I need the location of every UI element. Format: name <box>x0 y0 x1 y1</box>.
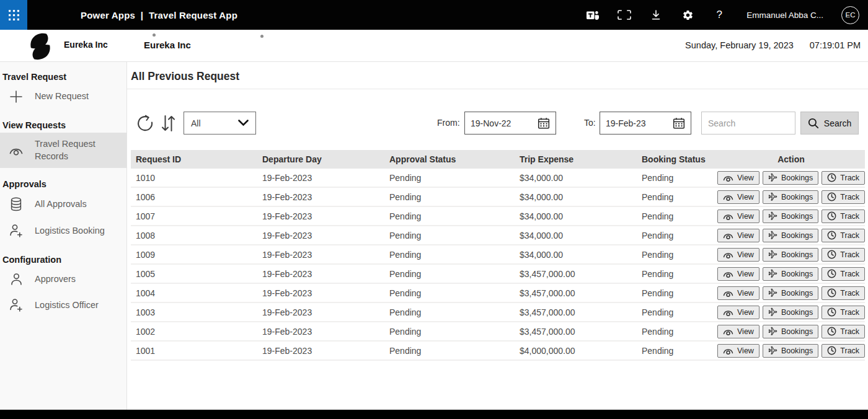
clock-icon <box>827 231 836 240</box>
bookings-button[interactable]: Bookings <box>763 248 818 262</box>
user-name[interactable]: Emmanuel Abba C... <box>746 11 823 20</box>
col-departure-day: Departure Day <box>257 154 384 164</box>
view-button[interactable]: View <box>717 171 760 185</box>
bookings-button[interactable]: Bookings <box>763 210 818 223</box>
approval-status-cell: Pending <box>384 211 515 221</box>
to-date-input[interactable]: 19-Feb-23 <box>600 112 691 135</box>
avatar[interactable]: EC <box>841 6 859 24</box>
sidebar-item-travel-request-records[interactable]: Travel Request Records <box>0 133 126 168</box>
bookings-button[interactable]: Bookings <box>763 325 818 338</box>
table-row: 1003 19-Feb-2023 Pending $3,457,000.00 P… <box>131 303 865 322</box>
track-button-label: Track <box>840 250 859 259</box>
clock-icon <box>827 269 836 278</box>
sidebar-item-logistics-officer[interactable]: Logistics Officer <box>0 293 126 318</box>
bookings-button-label: Bookings <box>781 327 813 336</box>
sidebar: Travel Request New Request View Requests… <box>0 62 127 410</box>
search-input[interactable] <box>701 112 795 135</box>
filter-dropdown[interactable]: All <box>184 112 256 135</box>
search-icon <box>808 118 819 129</box>
col-booking-status: Booking Status <box>637 154 717 164</box>
airplane-icon <box>768 346 777 355</box>
track-button[interactable]: Track <box>822 286 865 300</box>
request-id-cell: 1003 <box>131 307 257 317</box>
help-icon[interactable]: ? <box>712 7 726 22</box>
header-datetime: Sunday, February 19, 2023 07:19:01 PM <box>685 40 861 50</box>
table-row: 1002 19-Feb-2023 Pending $3,457,000.00 P… <box>131 322 865 342</box>
view-button[interactable]: View <box>717 306 760 319</box>
view-button-label: View <box>737 270 754 278</box>
person-add-icon <box>8 224 24 238</box>
action-cell: View Bookings Track <box>717 267 866 281</box>
clock-icon <box>827 211 836 221</box>
request-id-cell: 1002 <box>131 327 257 337</box>
sidebar-item-logistics-booking[interactable]: Logistics Booking <box>0 218 126 244</box>
track-button[interactable]: Track <box>822 248 865 262</box>
bookings-button[interactable]: Bookings <box>763 171 818 185</box>
view-button[interactable]: View <box>717 344 760 358</box>
from-date-input[interactable]: 19-Nov-22 <box>464 112 556 135</box>
bookings-button-label: Bookings <box>781 289 813 298</box>
teams-icon[interactable] <box>586 7 600 22</box>
database-icon <box>8 197 24 211</box>
bookings-button[interactable]: Bookings <box>763 229 818 242</box>
view-button[interactable]: View <box>717 190 760 204</box>
track-button[interactable]: Track <box>822 325 865 338</box>
calendar-icon[interactable] <box>538 117 550 130</box>
view-button[interactable]: View <box>717 325 760 338</box>
calendar-icon[interactable] <box>673 117 685 130</box>
settings-gear-icon[interactable] <box>681 7 694 22</box>
approval-status-cell: Pending <box>384 346 515 356</box>
bookings-button[interactable]: Bookings <box>763 267 818 281</box>
bookings-button[interactable]: Bookings <box>763 190 818 204</box>
request-id-cell: 1010 <box>131 173 257 183</box>
artifact-dot <box>153 33 156 37</box>
approval-status-cell: Pending <box>384 173 515 183</box>
search-button[interactable]: Search <box>800 112 859 135</box>
booking-status-cell: Pending <box>637 269 717 279</box>
table-row: 1007 19-Feb-2023 Pending $34,000.00 Pend… <box>131 207 865 226</box>
view-button-label: View <box>737 193 754 201</box>
refresh-icon[interactable] <box>136 114 154 133</box>
sidebar-item-approvers[interactable]: Approvers <box>0 267 126 291</box>
booking-status-cell: Pending <box>637 192 717 202</box>
airplane-icon <box>768 288 777 298</box>
trip-expense-cell: $34,000.00 <box>515 211 637 221</box>
request-id-cell: 1007 <box>131 211 257 221</box>
view-button[interactable]: View <box>717 267 760 281</box>
track-button[interactable]: Track <box>822 229 865 242</box>
track-button[interactable]: Track <box>822 344 865 358</box>
sidebar-item-label: All Approvals <box>35 198 87 211</box>
fit-to-screen-icon[interactable] <box>618 7 631 22</box>
track-button[interactable]: Track <box>822 267 865 281</box>
view-button[interactable]: View <box>717 229 760 242</box>
view-eye-icon <box>723 309 733 316</box>
action-cell: View Bookings Track <box>717 171 866 185</box>
view-button[interactable]: View <box>717 286 760 300</box>
sidebar-item-all-approvals[interactable]: All Approvals <box>0 192 126 217</box>
approval-status-cell: Pending <box>384 231 515 240</box>
track-button[interactable]: Track <box>822 190 865 204</box>
bookings-button[interactable]: Bookings <box>763 286 818 300</box>
booking-status-cell: Pending <box>637 288 717 298</box>
view-button[interactable]: View <box>717 210 760 223</box>
bookings-button[interactable]: Bookings <box>763 344 818 358</box>
trip-expense-cell: $34,000.00 <box>515 250 637 260</box>
sidebar-item-new-request[interactable]: New Request <box>0 84 126 109</box>
sidebar-item-label: New Request <box>35 90 89 103</box>
approval-status-cell: Pending <box>384 250 515 260</box>
trip-expense-cell: $34,000.00 <box>515 192 637 202</box>
download-icon[interactable] <box>649 7 663 22</box>
track-button[interactable]: Track <box>822 210 865 223</box>
sort-icon[interactable] <box>161 113 175 133</box>
view-button[interactable]: View <box>717 248 760 262</box>
bookings-button[interactable]: Bookings <box>763 306 818 319</box>
track-button[interactable]: Track <box>822 171 865 185</box>
app-launcher-icon[interactable] <box>0 0 27 30</box>
view-button-label: View <box>737 327 754 336</box>
header-app-title: Eureka Inc <box>144 40 191 50</box>
table-row: 1008 19-Feb-2023 Pending $34,000.00 Pend… <box>131 226 865 245</box>
track-button[interactable]: Track <box>822 306 865 319</box>
departure-day-cell: 19-Feb-2023 <box>257 173 384 183</box>
from-date-value: 19-Nov-22 <box>471 118 538 128</box>
track-button-label: Track <box>840 231 859 240</box>
